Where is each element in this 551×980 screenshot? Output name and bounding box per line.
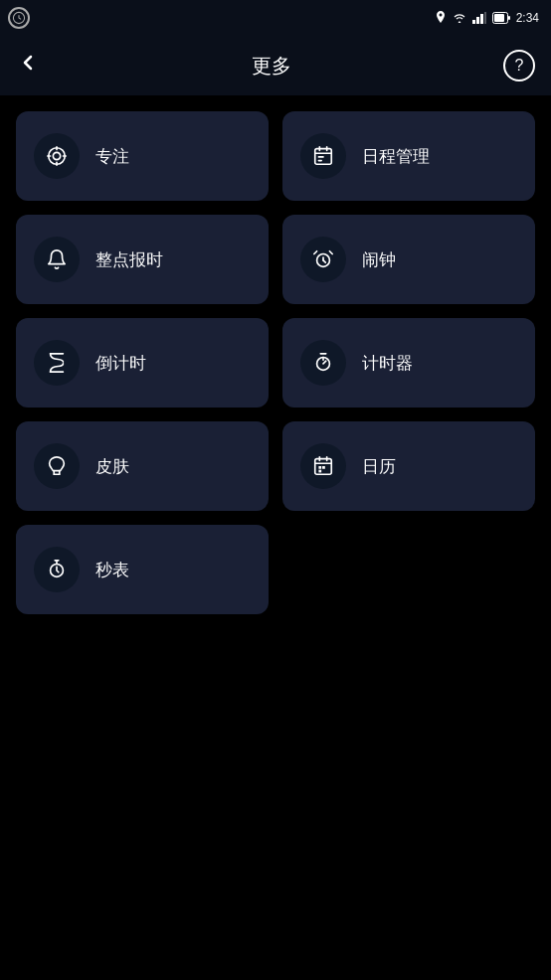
chime-icon-circle (34, 237, 80, 282)
stopwatch-icon (46, 559, 68, 580)
schedule-label: 日程管理 (362, 145, 430, 168)
location-icon (435, 11, 447, 25)
signal-icon (472, 12, 486, 24)
help-button[interactable]: ? (503, 50, 535, 82)
alarm-icon-circle (300, 237, 346, 282)
svg-rect-3 (480, 14, 483, 24)
skin-icon-circle (34, 443, 80, 489)
time-display: 2:34 (516, 11, 539, 25)
alarm-label: 闹钟 (362, 248, 396, 271)
focus-icon-circle (34, 133, 80, 179)
menu-grid: 专注 日程管理 整点报时 (0, 95, 551, 634)
schedule-icon-circle (300, 133, 346, 179)
page-title: 更多 (252, 53, 291, 80)
hourglass-icon (46, 352, 68, 374)
svg-line-22 (323, 260, 325, 262)
menu-item-calendar[interactable]: 日历 (282, 421, 535, 511)
svg-rect-35 (322, 466, 325, 469)
svg-rect-4 (484, 12, 486, 24)
alarm-icon (312, 248, 334, 270)
header: 更多 ? (0, 36, 551, 95)
wifi-icon (453, 12, 466, 24)
stopwatch-icon-circle (34, 547, 80, 592)
svg-rect-7 (508, 16, 510, 20)
status-right: 2:34 (435, 11, 539, 25)
svg-point-8 (53, 152, 60, 159)
calendar-label: 日历 (362, 455, 396, 478)
timer-icon-circle (300, 340, 346, 386)
menu-item-countdown[interactable]: 倒计时 (16, 318, 269, 408)
focus-icon (46, 145, 68, 167)
menu-item-timer[interactable]: 计时器 (282, 318, 535, 408)
svg-line-25 (323, 361, 326, 364)
menu-item-chime[interactable]: 整点报时 (16, 215, 269, 304)
svg-rect-36 (318, 470, 321, 473)
menu-item-focus[interactable]: 专注 (16, 111, 269, 201)
svg-rect-1 (472, 20, 475, 24)
bell-icon (46, 248, 68, 270)
schedule-icon (312, 145, 334, 167)
svg-rect-34 (318, 466, 321, 469)
countdown-label: 倒计时 (95, 352, 146, 375)
svg-rect-6 (494, 14, 504, 22)
battery-icon (492, 12, 510, 24)
skin-label: 皮肤 (95, 455, 129, 478)
app-icon (8, 7, 30, 29)
status-bar: 2:34 (0, 0, 551, 36)
svg-rect-2 (476, 17, 479, 24)
stopwatch-label: 秒表 (95, 559, 129, 581)
chime-label: 整点报时 (95, 248, 163, 271)
menu-item-alarm[interactable]: 闹钟 (282, 215, 535, 304)
timer-icon (312, 352, 334, 374)
menu-item-stopwatch[interactable]: 秒表 (16, 525, 269, 614)
back-button[interactable] (16, 51, 40, 81)
status-left (8, 7, 30, 29)
menu-item-skin[interactable]: 皮肤 (16, 421, 269, 511)
skin-icon (46, 455, 68, 477)
timer-label: 计时器 (362, 352, 413, 375)
calendar-icon (312, 455, 334, 477)
focus-label: 专注 (95, 145, 129, 168)
menu-item-schedule[interactable]: 日程管理 (282, 111, 535, 201)
calendar-icon-circle (300, 443, 346, 489)
countdown-icon-circle (34, 340, 80, 386)
